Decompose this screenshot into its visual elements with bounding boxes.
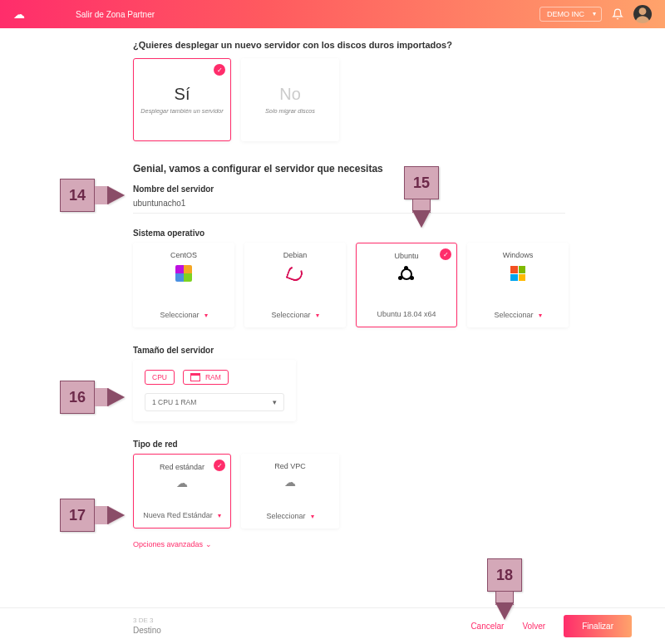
deploy-choice-row: ✓ Sí Desplegar también un servidor No So… [133,58,615,141]
size-label: Tamaño del servidor [133,346,615,355]
deploy-yes-card[interactable]: ✓ Sí Desplegar también un servidor [133,58,231,141]
footer: 3 DE 3 Destino Cancelar Volver Finalizar [0,607,665,644]
network-label: Tipo de red [133,440,615,449]
network-row: ✓ Red estándar ☁ Nueva Red Estándar▾ Red… [133,454,615,528]
deploy-yes-sub: Desplegar también un servidor [135,107,228,115]
debian-icon [286,264,304,283]
cpu-chip: CPU [145,370,175,385]
net-card-standard[interactable]: ✓ Red estándar ☁ Nueva Red Estándar▾ [133,454,231,528]
callout-18: 18 [487,558,522,592]
os-name: Debian [283,251,308,259]
size-box: CPU RAM 1 CPU 1 RAM▾ [133,360,296,421]
os-select[interactable]: Seleccionar▾ [494,311,541,319]
deploy-no-sub: Solo migrar discos [260,107,320,115]
logo: ☁ [13,7,26,21]
deploy-no-card[interactable]: No Solo migrar discos [241,58,339,141]
bell-icon[interactable] [612,8,623,20]
exit-partner-link[interactable]: Salir de Zona Partner [76,10,539,19]
os-select[interactable]: Seleccionar▾ [160,311,207,319]
step-meta: 3 DE 3 Destino [133,617,161,636]
server-name-input[interactable]: ubuntunacho1 [133,199,565,214]
org-area: DEMO INC [539,5,652,23]
os-row: CentOS Seleccionar▾ Debian Seleccionar▾ … [133,243,615,327]
server-name-label: Nombre del servidor [133,184,615,194]
advanced-options-link[interactable]: Opciones avanzadas ⌄ [133,540,615,548]
chevron-down-icon: ⌄ [205,540,212,548]
os-label: Sistema operativo [133,229,615,238]
os-card-centos[interactable]: CentOS Seleccionar▾ [133,243,234,327]
avatar[interactable] [633,5,652,23]
deploy-yes-title: Sí [175,85,190,104]
main-content: ¿Quieres desplegar un nuevo servidor con… [0,28,615,548]
org-select[interactable]: DEMO INC [539,7,602,22]
ubuntu-icon [397,265,416,283]
os-card-debian[interactable]: Debian Seleccionar▾ [244,243,346,327]
deploy-no-title: No [279,85,301,104]
os-select[interactable]: Seleccionar▾ [271,311,318,319]
cloud-icon: ☁ [284,475,296,489]
net-card-vpc[interactable]: Red VPC ☁ Seleccionar▾ [241,454,339,528]
topbar: ☁ Salir de Zona Partner DEMO INC [0,0,665,28]
deploy-question: ¿Quieres desplegar un nuevo servidor con… [133,40,615,50]
ram-chip: RAM [183,370,229,385]
os-card-ubuntu[interactable]: ✓ Ubuntu Ubuntu 18.04 x64 [356,243,457,327]
os-name: Ubuntu [394,252,418,260]
net-name: Red estándar [160,463,204,471]
size-select[interactable]: 1 CPU 1 RAM▾ [145,393,284,411]
net-name: Red VPC [274,462,306,470]
centos-icon [175,264,193,283]
check-icon: ✓ [214,64,225,76]
cancel-button[interactable]: Cancelar [470,622,504,631]
os-card-windows[interactable]: Windows Seleccionar▾ [467,243,569,327]
back-button[interactable]: Volver [522,622,545,631]
windows-icon [509,264,527,283]
finish-button[interactable]: Finalizar [564,615,632,637]
config-heading: Genial, vamos a configurar el servidor q… [133,163,615,175]
check-icon: ✓ [214,460,225,471]
net-select[interactable]: Nueva Red Estándar▾ [143,511,221,519]
os-name: Windows [503,251,534,259]
os-select[interactable]: Ubuntu 18.04 x64 [377,310,436,318]
check-icon: ✓ [440,248,451,260]
os-name: CentOS [170,251,197,259]
net-select[interactable]: Seleccionar▾ [266,512,313,520]
cloud-icon: ☁ [176,476,188,489]
